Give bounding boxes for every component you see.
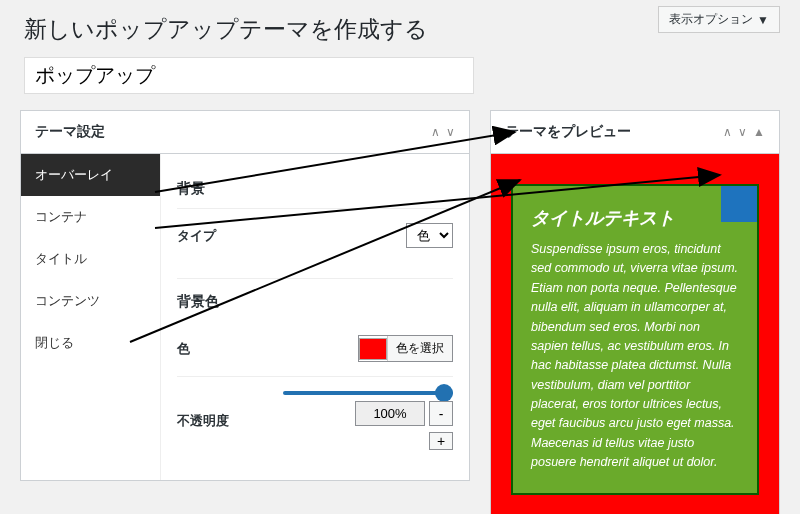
theme-title-input[interactable]: [24, 57, 474, 94]
settings-tabs: オーバーレイ コンテナ タイトル コンテンツ 閉じる: [21, 154, 161, 480]
preview-popup-content: Suspendisse ipsum eros, tincidunt sed co…: [531, 240, 739, 473]
opacity-increment-button[interactable]: +: [429, 432, 453, 450]
opacity-decrement-button[interactable]: -: [429, 401, 453, 426]
chevron-up-icon[interactable]: ∧: [431, 125, 440, 139]
preview-overlay: タイトルテキスト Suspendisse ipsum eros, tincidu…: [491, 154, 779, 514]
tab-close[interactable]: 閉じる: [21, 322, 160, 364]
tab-container[interactable]: コンテナ: [21, 196, 160, 238]
theme-settings-heading: テーマ設定: [35, 123, 105, 141]
group-background: 背景: [177, 180, 453, 198]
type-label: タイプ: [177, 227, 216, 245]
preview-panel: テーマをプレビュー ∧ ∨ ▲ タイトルテキスト Suspendisse ips…: [490, 110, 780, 514]
tab-title[interactable]: タイトル: [21, 238, 160, 280]
chevron-down-icon[interactable]: ∨: [738, 125, 747, 139]
opacity-value-input[interactable]: [355, 401, 425, 426]
group-bgcolor: 背景色: [177, 278, 453, 311]
preview-heading: テーマをプレビュー: [505, 123, 631, 141]
preview-popup-title: タイトルテキスト: [531, 206, 739, 230]
screen-options-label: 表示オプション: [669, 11, 753, 28]
select-color-button[interactable]: 色を選択: [387, 336, 452, 361]
color-swatch-icon: [359, 338, 387, 360]
screen-options-button[interactable]: 表示オプション ▼: [658, 6, 780, 33]
chevron-up-icon[interactable]: ∧: [723, 125, 732, 139]
preview-popup-container: タイトルテキスト Suspendisse ipsum eros, tincidu…: [511, 184, 759, 495]
theme-settings-panel: テーマ設定 ∧ ∨ オーバーレイ コンテナ タイトル コンテンツ 閉じる: [20, 110, 470, 481]
type-select[interactable]: 色: [406, 223, 453, 248]
chevron-down-icon: ▼: [757, 13, 769, 27]
opacity-label: 不透明度: [177, 412, 229, 430]
tab-contents[interactable]: コンテンツ: [21, 280, 160, 322]
caret-up-icon[interactable]: ▲: [753, 125, 765, 139]
overlay-tab-content: 背景 タイプ 色 背景色 色 色を選択: [161, 154, 469, 480]
tab-overlay[interactable]: オーバーレイ: [21, 154, 160, 196]
chevron-down-icon[interactable]: ∨: [446, 125, 455, 139]
opacity-slider[interactable]: [283, 391, 453, 395]
close-icon[interactable]: [721, 186, 757, 222]
color-label: 色: [177, 340, 190, 358]
color-picker[interactable]: 色を選択: [358, 335, 453, 362]
